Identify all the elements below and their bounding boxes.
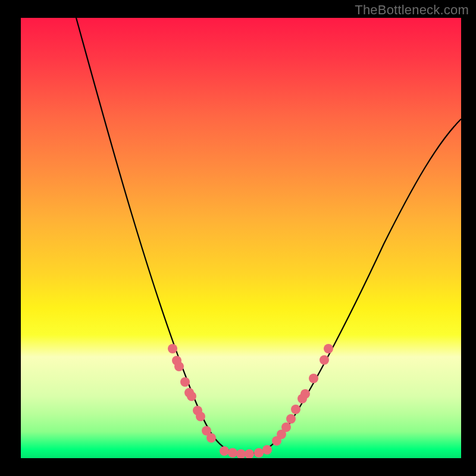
plot-area [21,18,461,458]
marker-group [168,344,333,458]
data-marker [196,412,205,421]
data-marker [245,449,254,458]
data-marker [206,433,216,443]
watermark-text: TheBottleneck.com [355,2,469,18]
data-marker [300,389,310,399]
bottleneck-curve [76,18,461,453]
data-marker [236,449,246,458]
data-marker [220,446,229,456]
curve-layer [21,18,461,458]
data-marker [281,422,291,432]
data-marker [309,374,318,383]
data-marker [262,445,272,455]
data-marker [324,344,333,353]
data-marker [187,392,196,401]
data-marker [291,405,300,414]
data-marker [286,414,296,424]
data-marker [228,448,237,458]
data-marker [320,355,329,365]
data-marker [174,362,184,371]
data-marker [180,377,190,387]
data-marker [254,448,264,458]
data-marker [168,344,177,353]
chart-stage: TheBottleneck.com [0,0,476,476]
